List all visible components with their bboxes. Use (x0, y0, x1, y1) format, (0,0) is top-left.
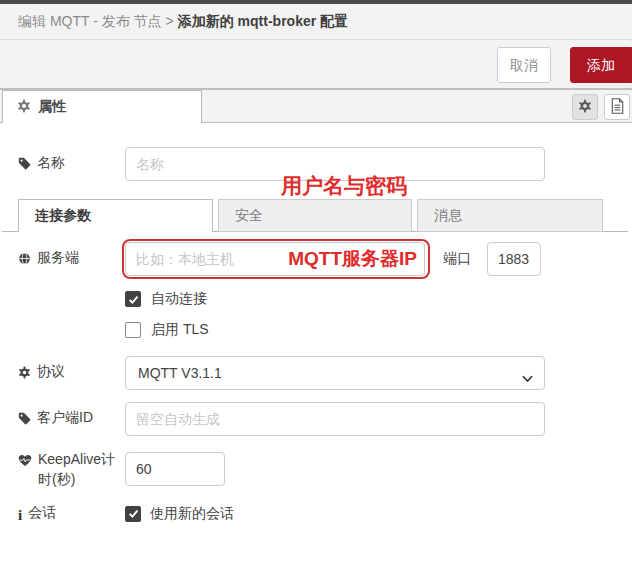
auto-connect-row: 自动连接 (125, 290, 614, 308)
auto-connect-checkbox[interactable] (125, 291, 141, 307)
server-row: 服务端 MQTT服务器IP 端口 (18, 242, 614, 276)
info-icon: i (18, 505, 22, 527)
server-input[interactable] (125, 242, 425, 276)
tls-row: 启用 TLS (125, 321, 614, 339)
checkmark-icon (128, 508, 139, 519)
dialog-button-row: 取消 添加 (0, 40, 632, 90)
tag-icon (18, 155, 31, 175)
dialog-header: 编辑 MQTT - 发布 节点 >添加新的 mqtt-broker 配置 (0, 4, 632, 40)
gear-icon (18, 364, 31, 384)
document-icon (611, 98, 624, 117)
editor-tabbar: 属性 (0, 90, 632, 123)
chevron-down-icon (522, 370, 533, 386)
server-input-wrap: MQTT服务器IP (125, 242, 425, 276)
auto-connect-label: 自动连接 (151, 290, 207, 308)
add-button[interactable]: 添加 (570, 47, 632, 83)
name-input[interactable] (125, 147, 545, 181)
subtab-security[interactable]: 安全 (218, 199, 412, 232)
subtab-messages[interactable]: 消息 (417, 199, 603, 232)
name-row: 名称 (18, 147, 614, 181)
node-description-button[interactable] (604, 94, 630, 120)
tab-properties[interactable]: 属性 (2, 90, 202, 123)
server-label: 服务端 (18, 247, 125, 270)
keepalive-label: KeepAlive计时(秒) (18, 449, 125, 490)
tls-checkbox[interactable] (125, 322, 141, 338)
protocol-select[interactable]: MQTT V3.1.1 (125, 356, 545, 390)
protocol-value: MQTT V3.1.1 (138, 365, 222, 381)
protocol-label: 协议 (18, 361, 125, 384)
page-title: 添加新的 mqtt-broker 配置 (178, 13, 348, 29)
node-settings-button[interactable] (572, 94, 598, 120)
tls-label: 启用 TLS (151, 321, 209, 339)
client-id-label: 客户端ID (18, 407, 125, 430)
session-row: i 会话 使用新的会话 (18, 502, 614, 527)
broker-subtabs: 连接参数 安全 消息 (18, 199, 614, 232)
clean-session-label: 使用新的会话 (150, 505, 234, 523)
clean-session-checkbox[interactable] (125, 506, 141, 522)
globe-icon (18, 250, 31, 270)
protocol-row: 协议 MQTT V3.1.1 (18, 356, 614, 390)
gear-icon (578, 99, 592, 116)
session-label: i 会话 (18, 502, 125, 527)
heartbeat-icon (18, 452, 32, 472)
clean-session-option: 使用新的会话 (125, 505, 234, 523)
client-id-row: 客户端ID (18, 402, 614, 436)
keepalive-input[interactable] (125, 452, 225, 486)
subtab-connection[interactable]: 连接参数 (18, 199, 213, 232)
tag-icon (18, 410, 31, 430)
tabbar-buttons (572, 94, 630, 120)
config-form: 名称 连接参数 安全 消息 服务端 (0, 123, 632, 526)
client-id-input[interactable] (125, 402, 545, 436)
name-label: 名称 (18, 152, 125, 175)
gear-icon (17, 99, 31, 116)
port-input[interactable] (487, 242, 541, 276)
checkmark-icon (128, 294, 139, 305)
cancel-button[interactable]: 取消 (497, 47, 551, 83)
tab-properties-label: 属性 (38, 98, 66, 116)
breadcrumb: 编辑 MQTT - 发布 节点 > (18, 13, 174, 29)
port-label: 端口 (443, 250, 471, 268)
keepalive-row: KeepAlive计时(秒) (18, 449, 614, 490)
